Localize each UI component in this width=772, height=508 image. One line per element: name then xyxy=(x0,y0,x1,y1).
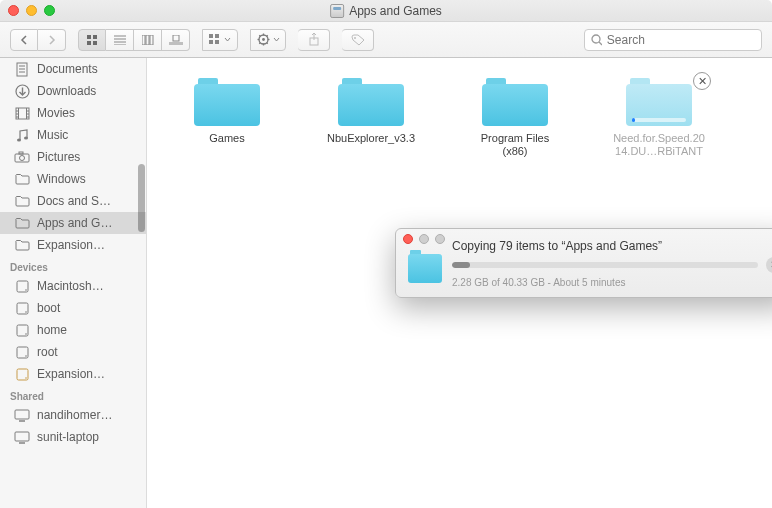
file-item[interactable]: ✕Need.for.Speed.2014.DU…RBiTANT xyxy=(611,76,707,158)
svg-rect-1 xyxy=(93,35,97,39)
svg-line-26 xyxy=(259,43,260,44)
sidebar-item-windows[interactable]: Windows xyxy=(0,168,146,190)
file-item[interactable]: Program Files (x86) xyxy=(467,76,563,158)
sidebar-item-movies[interactable]: Movies xyxy=(0,102,146,124)
window-controls xyxy=(8,5,55,16)
back-button[interactable] xyxy=(10,29,38,51)
file-label: NbuExplorer_v3.3 xyxy=(327,132,415,145)
scrollbar-thumb[interactable] xyxy=(138,164,145,232)
sidebar-item-expansion[interactable]: Expansion… xyxy=(0,234,146,256)
sidebar-item-expansion[interactable]: Expansion… xyxy=(0,363,146,385)
sidebar-item-downloads[interactable]: Downloads xyxy=(0,80,146,102)
action-button[interactable] xyxy=(250,29,286,51)
svg-point-19 xyxy=(262,38,265,41)
svg-rect-14 xyxy=(209,34,213,38)
svg-rect-17 xyxy=(215,40,219,44)
sidebar-item-nandihomer[interactable]: nandihomer… xyxy=(0,404,146,426)
svg-rect-15 xyxy=(215,34,219,38)
window-title-container: Apps and Games xyxy=(330,4,442,18)
forward-button[interactable] xyxy=(38,29,66,51)
svg-rect-11 xyxy=(173,35,179,41)
sidebar-item-label: Docs and S… xyxy=(37,194,111,208)
share-button[interactable] xyxy=(298,29,330,51)
svg-point-62 xyxy=(25,377,27,379)
dialog-zoom-button xyxy=(435,234,445,244)
folder-icon xyxy=(626,76,692,126)
screen-icon xyxy=(14,407,30,423)
sidebar-item-sunit-laptop[interactable]: sunit-laptop xyxy=(0,426,146,448)
sidebar-item-label: Music xyxy=(37,128,68,142)
sidebar-item-label: Pictures xyxy=(37,150,80,164)
window-title: Apps and Games xyxy=(349,4,442,18)
camera-icon xyxy=(14,149,30,165)
svg-rect-10 xyxy=(150,35,153,45)
search-input[interactable] xyxy=(607,33,755,47)
toolbar xyxy=(0,22,772,58)
folder-icon xyxy=(14,237,30,253)
hdd-icon xyxy=(14,278,30,294)
movie-icon xyxy=(14,105,30,121)
sidebar-item-pictures[interactable]: Pictures xyxy=(0,146,146,168)
coverflow-view-button[interactable] xyxy=(162,29,190,51)
zoom-window-button[interactable] xyxy=(44,5,55,16)
svg-rect-2 xyxy=(87,41,91,45)
svg-rect-16 xyxy=(209,40,213,44)
tag-icon xyxy=(351,34,365,46)
doc-icon xyxy=(14,61,30,77)
share-icon xyxy=(308,33,320,46)
view-buttons xyxy=(78,29,190,51)
file-label: Need.for.Speed.2014.DU…RBiTANT xyxy=(611,132,707,158)
svg-point-58 xyxy=(25,333,27,335)
volume-icon xyxy=(330,4,344,18)
sidebar-item-music[interactable]: Music xyxy=(0,124,146,146)
sidebar-item-label: root xyxy=(37,345,58,359)
icon-view-button[interactable] xyxy=(78,29,106,51)
svg-point-54 xyxy=(25,289,27,291)
cancel-item-button[interactable]: ✕ xyxy=(693,72,711,90)
svg-rect-0 xyxy=(87,35,91,39)
titlebar: Apps and Games xyxy=(0,0,772,22)
sidebar-item-documents[interactable]: Documents xyxy=(0,58,146,80)
svg-rect-9 xyxy=(146,35,149,45)
action-group xyxy=(250,29,286,51)
arrange-button[interactable] xyxy=(202,29,238,51)
copy-dialog-title: Copying 79 items to “Apps and Games” xyxy=(452,239,772,253)
folder-icon xyxy=(14,215,30,231)
svg-point-56 xyxy=(25,311,27,313)
dialog-close-button[interactable] xyxy=(403,234,413,244)
cancel-copy-button[interactable]: ✕ xyxy=(766,257,772,273)
folder-icon xyxy=(482,76,548,126)
svg-rect-65 xyxy=(15,432,29,441)
svg-point-30 xyxy=(354,37,356,39)
sidebar-item-home[interactable]: home xyxy=(0,319,146,341)
sidebar-item-macintosh[interactable]: Macintosh… xyxy=(0,275,146,297)
sidebar-item-label: Downloads xyxy=(37,84,96,98)
copy-progress-dialog: Copying 79 items to “Apps and Games” ✕ 2… xyxy=(395,228,772,298)
sidebar-item-apps-and-g[interactable]: Apps and G… xyxy=(0,212,146,234)
tags-button[interactable] xyxy=(342,29,374,51)
sidebar-item-boot[interactable]: boot xyxy=(0,297,146,319)
sidebar-item-root[interactable]: root xyxy=(0,341,146,363)
file-item[interactable]: Games xyxy=(179,76,275,158)
svg-point-52 xyxy=(20,156,25,161)
content-area: GamesNbuExplorer_v3.3Program Files (x86)… xyxy=(147,58,772,508)
search-icon xyxy=(591,34,602,46)
sidebar-item-label: Movies xyxy=(37,106,75,120)
search-field[interactable] xyxy=(584,29,762,51)
sidebar-header: Shared xyxy=(0,385,146,404)
file-item[interactable]: NbuExplorer_v3.3 xyxy=(323,76,419,158)
copy-dialog-subtitle: 2.28 GB of 40.33 GB - About 5 minutes xyxy=(452,277,772,288)
svg-point-31 xyxy=(592,35,600,43)
sidebar-item-label: home xyxy=(37,323,67,337)
folder-icon xyxy=(338,76,404,126)
progress-bar xyxy=(452,262,758,268)
sidebar-item-docs-and-s[interactable]: Docs and S… xyxy=(0,190,146,212)
close-window-button[interactable] xyxy=(8,5,19,16)
hdd-ext-icon xyxy=(14,366,30,382)
chevron-down-icon xyxy=(273,37,280,42)
chevron-down-icon xyxy=(224,37,231,42)
list-view-button[interactable] xyxy=(106,29,134,51)
minimize-window-button[interactable] xyxy=(26,5,37,16)
column-view-button[interactable] xyxy=(134,29,162,51)
download-icon xyxy=(14,83,30,99)
